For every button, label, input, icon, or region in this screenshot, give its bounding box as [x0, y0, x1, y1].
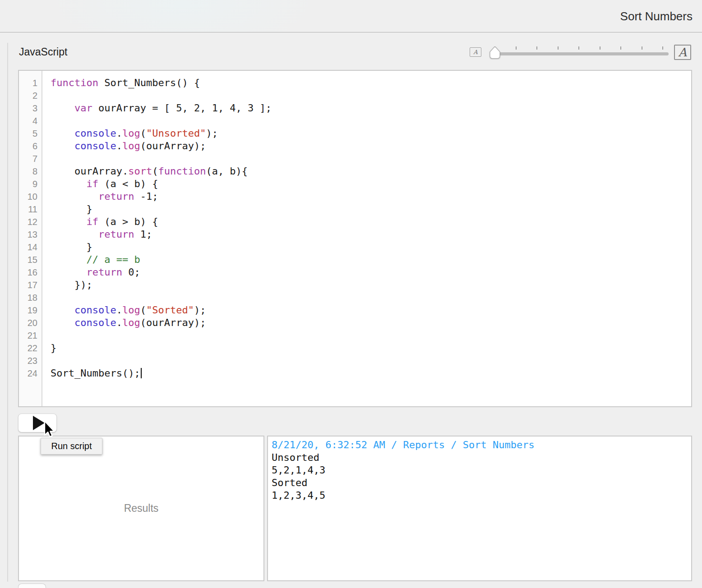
- code-token: "Sorted": [146, 304, 194, 316]
- code-token: [51, 178, 86, 189]
- code-token: return: [86, 266, 122, 278]
- line-number: 19: [19, 304, 42, 317]
- code-token: console: [74, 140, 116, 152]
- console-output: 8/21/20, 6:32:52 AM / Reports / Sort Num…: [272, 439, 688, 502]
- code-token: console: [74, 317, 116, 328]
- line-number: 3: [19, 102, 42, 115]
- slider-tick: [620, 46, 621, 50]
- code-token: [51, 304, 74, 316]
- results-panel[interactable]: Results: [18, 436, 264, 581]
- line-number: 17: [19, 279, 42, 291]
- line-number: 14: [19, 241, 42, 253]
- code-token: if: [86, 178, 98, 189]
- code-token: console: [74, 128, 116, 139]
- code-token: log: [122, 140, 140, 152]
- code-token: ourArray.: [51, 165, 128, 177]
- line-number: 6: [19, 140, 42, 152]
- code-line[interactable]: function Sort_Numbers() {: [51, 77, 691, 89]
- code-token: );: [206, 128, 218, 139]
- console-header-line: 8/21/20, 6:32:52 AM / Reports / Sort Num…: [272, 439, 688, 451]
- results-placeholder: Results: [124, 502, 159, 514]
- title-bar: Sort Numbers: [0, 0, 702, 32]
- code-token: 0;: [122, 266, 140, 278]
- mouse-cursor-icon: [42, 420, 55, 442]
- code-line[interactable]: }: [51, 203, 691, 216]
- console-panel[interactable]: 8/21/20, 6:32:52 AM / Reports / Sort Num…: [267, 436, 692, 581]
- font-size-slider-track[interactable]: [494, 52, 669, 55]
- code-line[interactable]: [51, 152, 691, 165]
- code-token: -1;: [134, 191, 158, 202]
- code-line[interactable]: return 0;: [51, 266, 691, 279]
- line-number: 4: [19, 115, 42, 127]
- code-token: }: [51, 203, 92, 215]
- code-line[interactable]: }: [51, 342, 691, 354]
- code-line[interactable]: if (a > b) {: [51, 216, 691, 228]
- code-editor[interactable]: 123456789101112131415161718192021222324 …: [18, 70, 692, 407]
- code-token: log: [122, 304, 140, 316]
- font-increase-button[interactable]: A: [674, 45, 691, 60]
- line-number: 12: [19, 216, 42, 228]
- line-number: 7: [19, 152, 42, 165]
- code-token: .: [116, 140, 122, 152]
- line-number: 15: [19, 253, 42, 266]
- code-token: var: [74, 102, 92, 114]
- line-number: 11: [19, 203, 42, 216]
- console-line: Sorted: [272, 477, 688, 489]
- code-line[interactable]: console.log(ourArray);: [51, 140, 691, 152]
- small-a-icon: A: [473, 49, 477, 55]
- code-line[interactable]: console.log("Sorted");: [51, 304, 691, 317]
- code-token: [51, 140, 74, 152]
- code-line[interactable]: if (a < b) {: [51, 178, 691, 190]
- code-line[interactable]: console.log("Unsorted");: [51, 127, 691, 140]
- code-line[interactable]: return 1;: [51, 228, 691, 241]
- code-token: [51, 229, 98, 240]
- code-line[interactable]: [51, 115, 691, 127]
- code-token: // a == b: [86, 254, 140, 265]
- code-line[interactable]: });: [51, 279, 691, 291]
- code-line[interactable]: [51, 89, 691, 102]
- font-size-slider-thumb[interactable]: [489, 46, 501, 59]
- code-token: return: [98, 229, 134, 240]
- code-line[interactable]: [51, 291, 691, 304]
- code-line[interactable]: // a == b: [51, 253, 691, 266]
- code-line[interactable]: [51, 329, 691, 342]
- code-token: [51, 317, 74, 328]
- code-line[interactable]: }: [51, 241, 691, 253]
- line-number: 2: [19, 89, 42, 102]
- line-number: 21: [19, 329, 42, 342]
- code-token: [51, 102, 74, 114]
- code-token: 1;: [134, 229, 152, 240]
- section-left-rule: [7, 43, 8, 582]
- code-line[interactable]: var ourArray = [ 5, 2, 1, 4, 3 ];: [51, 102, 691, 115]
- line-number: 1: [19, 77, 42, 89]
- code-token: console: [74, 304, 116, 316]
- slider-tick: [536, 46, 537, 50]
- line-number: 8: [19, 165, 42, 178]
- code-line[interactable]: return -1;: [51, 190, 691, 203]
- bottom-left-partial-button[interactable]: [18, 583, 46, 588]
- line-number: 16: [19, 266, 42, 279]
- code-line[interactable]: console.log(ourArray);: [51, 317, 691, 329]
- code-token: (a < b) {: [98, 178, 158, 189]
- line-number: 9: [19, 178, 42, 190]
- code-line[interactable]: ourArray.sort(function(a, b){: [51, 165, 691, 178]
- code-token: [51, 254, 86, 265]
- code-token: function: [158, 165, 206, 177]
- slider-tick: [558, 46, 559, 50]
- slider-tick: [642, 46, 642, 50]
- code-token: function: [51, 77, 98, 88]
- code-token: .: [116, 304, 122, 316]
- code-token: .: [116, 317, 122, 328]
- code-area[interactable]: function Sort_Numbers() { var ourArray =…: [42, 71, 691, 406]
- slider-ticks: [494, 46, 663, 50]
- code-token: [51, 128, 74, 139]
- font-decrease-button[interactable]: A: [470, 47, 481, 57]
- line-number: 5: [19, 127, 42, 140]
- line-number: 20: [19, 317, 42, 329]
- script-editor-window: Sort Numbers JavaScript A A 123456789101…: [0, 0, 702, 588]
- code-line[interactable]: [51, 354, 691, 367]
- code-token: return: [98, 191, 134, 202]
- code-token: (a, b){: [206, 165, 248, 177]
- code-line[interactable]: Sort_Numbers();: [51, 367, 691, 380]
- language-label: JavaScript: [19, 46, 67, 58]
